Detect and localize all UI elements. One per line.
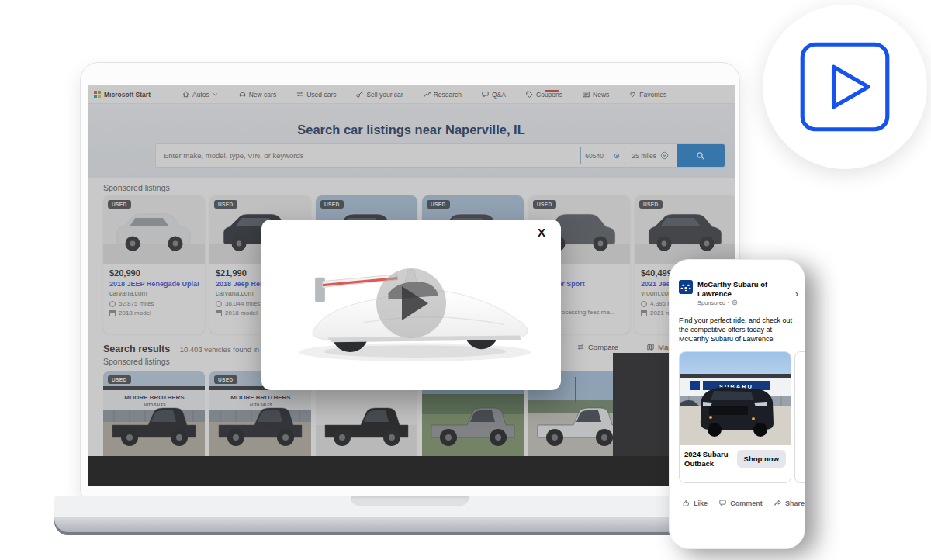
ad-body-text: Find your perfect ride, and check out th… [679, 316, 797, 344]
laptop-screen: Microsoft Start AutosNew carsUsed carsSe… [88, 85, 735, 486]
play-triangle-icon [402, 286, 428, 320]
shop-now-button[interactable]: Shop now [737, 450, 786, 468]
laptop-notch [351, 496, 469, 506]
like-button[interactable]: Like [682, 499, 708, 507]
ad-card-footer: 2024 Subaru Outback Shop now [680, 445, 791, 468]
comment-icon [718, 499, 727, 507]
ad-carousel: SUBARU 2024 Subaru Outback Sho [679, 351, 805, 485]
divider [677, 493, 797, 493]
ad-card-next[interactable] [794, 351, 805, 483]
advertiser-block: McCarthy Subaru of Lawrence Sponsored · [697, 280, 781, 306]
share-button[interactable]: Share [774, 499, 805, 507]
chevron-right-icon[interactable]: › [795, 288, 798, 299]
subaru-avatar [679, 280, 693, 294]
video-play-button[interactable] [376, 268, 446, 338]
ad-card-outback[interactable]: SUBARU 2024 Subaru Outback Sho [679, 351, 791, 483]
advertiser-name[interactable]: McCarthy Subaru of Lawrence [697, 280, 781, 299]
share-icon [774, 499, 782, 507]
ad-actions-row: LikeCommentShare [677, 499, 805, 507]
like-icon [682, 499, 690, 507]
ad-card-title: 2024 Subaru Outback [684, 450, 737, 468]
globe-icon [732, 299, 738, 306]
laptop-bottom-edge [54, 517, 768, 535]
next-photo [795, 352, 805, 445]
phone-mockup: McCarthy Subaru of Lawrence Sponsored · … [669, 259, 805, 549]
ad-header: McCarthy Subaru of Lawrence Sponsored · … [679, 280, 798, 306]
video-play-badge[interactable] [763, 5, 927, 169]
page-canvas: Microsoft Start AutosNew carsUsed carsSe… [0, 0, 931, 560]
video-modal: X [261, 220, 561, 390]
comment-button[interactable]: Comment [718, 499, 763, 507]
close-icon[interactable]: X [538, 226, 545, 239]
outback-photo: SUBARU [680, 352, 791, 445]
play-icon [797, 39, 893, 135]
sponsored-row: Sponsored · [697, 299, 781, 306]
